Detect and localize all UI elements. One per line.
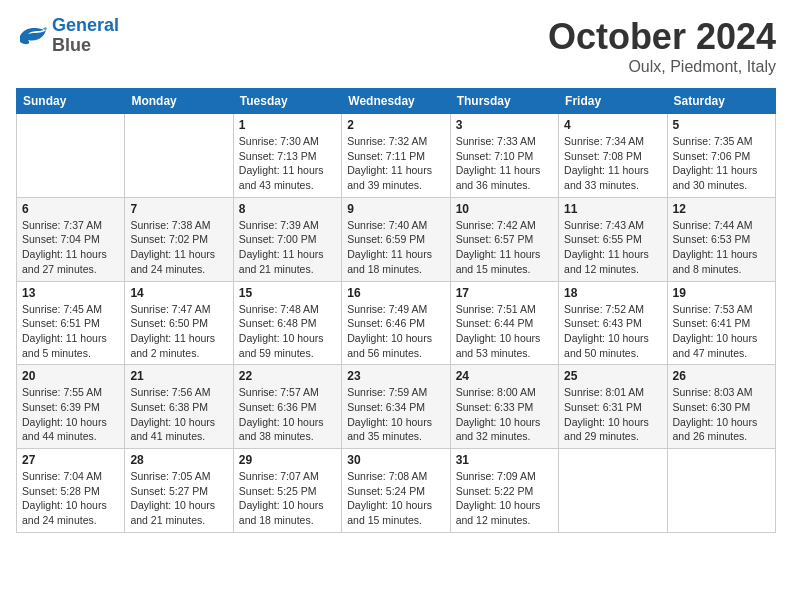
month-title: October 2024 bbox=[548, 16, 776, 58]
weekday-header-wednesday: Wednesday bbox=[342, 89, 450, 114]
day-number: 2 bbox=[347, 118, 444, 132]
day-info: Sunrise: 7:30 AMSunset: 7:13 PMDaylight:… bbox=[239, 134, 336, 193]
day-info: Sunrise: 7:51 AMSunset: 6:44 PMDaylight:… bbox=[456, 302, 553, 361]
calendar-cell: 7Sunrise: 7:38 AMSunset: 7:02 PMDaylight… bbox=[125, 197, 233, 281]
calendar-cell: 4Sunrise: 7:34 AMSunset: 7:08 PMDaylight… bbox=[559, 114, 667, 198]
day-number: 1 bbox=[239, 118, 336, 132]
calendar-table: SundayMondayTuesdayWednesdayThursdayFrid… bbox=[16, 88, 776, 533]
day-info: Sunrise: 7:04 AMSunset: 5:28 PMDaylight:… bbox=[22, 469, 119, 528]
calendar-cell: 16Sunrise: 7:49 AMSunset: 6:46 PMDayligh… bbox=[342, 281, 450, 365]
day-number: 19 bbox=[673, 286, 770, 300]
calendar-week-2: 6Sunrise: 7:37 AMSunset: 7:04 PMDaylight… bbox=[17, 197, 776, 281]
calendar-cell: 27Sunrise: 7:04 AMSunset: 5:28 PMDayligh… bbox=[17, 449, 125, 533]
day-info: Sunrise: 7:55 AMSunset: 6:39 PMDaylight:… bbox=[22, 385, 119, 444]
calendar-cell: 14Sunrise: 7:47 AMSunset: 6:50 PMDayligh… bbox=[125, 281, 233, 365]
day-info: Sunrise: 7:38 AMSunset: 7:02 PMDaylight:… bbox=[130, 218, 227, 277]
calendar-cell bbox=[125, 114, 233, 198]
day-number: 11 bbox=[564, 202, 661, 216]
calendar-cell bbox=[559, 449, 667, 533]
day-number: 29 bbox=[239, 453, 336, 467]
calendar-cell: 5Sunrise: 7:35 AMSunset: 7:06 PMDaylight… bbox=[667, 114, 775, 198]
calendar-cell bbox=[667, 449, 775, 533]
day-number: 3 bbox=[456, 118, 553, 132]
day-info: Sunrise: 7:56 AMSunset: 6:38 PMDaylight:… bbox=[130, 385, 227, 444]
day-number: 22 bbox=[239, 369, 336, 383]
calendar-week-3: 13Sunrise: 7:45 AMSunset: 6:51 PMDayligh… bbox=[17, 281, 776, 365]
calendar-cell: 15Sunrise: 7:48 AMSunset: 6:48 PMDayligh… bbox=[233, 281, 341, 365]
calendar-cell: 13Sunrise: 7:45 AMSunset: 6:51 PMDayligh… bbox=[17, 281, 125, 365]
calendar-cell: 31Sunrise: 7:09 AMSunset: 5:22 PMDayligh… bbox=[450, 449, 558, 533]
day-number: 18 bbox=[564, 286, 661, 300]
day-info: Sunrise: 7:44 AMSunset: 6:53 PMDaylight:… bbox=[673, 218, 770, 277]
location: Oulx, Piedmont, Italy bbox=[548, 58, 776, 76]
day-number: 7 bbox=[130, 202, 227, 216]
calendar-cell: 8Sunrise: 7:39 AMSunset: 7:00 PMDaylight… bbox=[233, 197, 341, 281]
day-number: 15 bbox=[239, 286, 336, 300]
weekday-header-tuesday: Tuesday bbox=[233, 89, 341, 114]
day-number: 13 bbox=[22, 286, 119, 300]
day-number: 25 bbox=[564, 369, 661, 383]
calendar-cell: 10Sunrise: 7:42 AMSunset: 6:57 PMDayligh… bbox=[450, 197, 558, 281]
day-number: 23 bbox=[347, 369, 444, 383]
day-number: 14 bbox=[130, 286, 227, 300]
day-number: 26 bbox=[673, 369, 770, 383]
calendar-cell: 29Sunrise: 7:07 AMSunset: 5:25 PMDayligh… bbox=[233, 449, 341, 533]
weekday-header-saturday: Saturday bbox=[667, 89, 775, 114]
weekday-header-row: SundayMondayTuesdayWednesdayThursdayFrid… bbox=[17, 89, 776, 114]
calendar-cell: 6Sunrise: 7:37 AMSunset: 7:04 PMDaylight… bbox=[17, 197, 125, 281]
calendar-cell bbox=[17, 114, 125, 198]
logo-line2: Blue bbox=[52, 35, 91, 55]
calendar-cell: 30Sunrise: 7:08 AMSunset: 5:24 PMDayligh… bbox=[342, 449, 450, 533]
day-number: 31 bbox=[456, 453, 553, 467]
calendar-week-4: 20Sunrise: 7:55 AMSunset: 6:39 PMDayligh… bbox=[17, 365, 776, 449]
calendar-cell: 9Sunrise: 7:40 AMSunset: 6:59 PMDaylight… bbox=[342, 197, 450, 281]
day-info: Sunrise: 7:49 AMSunset: 6:46 PMDaylight:… bbox=[347, 302, 444, 361]
day-info: Sunrise: 7:05 AMSunset: 5:27 PMDaylight:… bbox=[130, 469, 227, 528]
day-info: Sunrise: 7:34 AMSunset: 7:08 PMDaylight:… bbox=[564, 134, 661, 193]
day-info: Sunrise: 7:52 AMSunset: 6:43 PMDaylight:… bbox=[564, 302, 661, 361]
day-info: Sunrise: 7:53 AMSunset: 6:41 PMDaylight:… bbox=[673, 302, 770, 361]
logo-line1: General bbox=[52, 15, 119, 35]
day-info: Sunrise: 7:47 AMSunset: 6:50 PMDaylight:… bbox=[130, 302, 227, 361]
calendar-week-5: 27Sunrise: 7:04 AMSunset: 5:28 PMDayligh… bbox=[17, 449, 776, 533]
day-info: Sunrise: 8:03 AMSunset: 6:30 PMDaylight:… bbox=[673, 385, 770, 444]
day-number: 28 bbox=[130, 453, 227, 467]
calendar-cell: 11Sunrise: 7:43 AMSunset: 6:55 PMDayligh… bbox=[559, 197, 667, 281]
day-number: 17 bbox=[456, 286, 553, 300]
calendar-cell: 18Sunrise: 7:52 AMSunset: 6:43 PMDayligh… bbox=[559, 281, 667, 365]
calendar-cell: 12Sunrise: 7:44 AMSunset: 6:53 PMDayligh… bbox=[667, 197, 775, 281]
day-number: 5 bbox=[673, 118, 770, 132]
day-number: 16 bbox=[347, 286, 444, 300]
day-info: Sunrise: 7:08 AMSunset: 5:24 PMDaylight:… bbox=[347, 469, 444, 528]
calendar-cell: 1Sunrise: 7:30 AMSunset: 7:13 PMDaylight… bbox=[233, 114, 341, 198]
weekday-header-thursday: Thursday bbox=[450, 89, 558, 114]
day-info: Sunrise: 7:43 AMSunset: 6:55 PMDaylight:… bbox=[564, 218, 661, 277]
day-number: 30 bbox=[347, 453, 444, 467]
calendar-cell: 25Sunrise: 8:01 AMSunset: 6:31 PMDayligh… bbox=[559, 365, 667, 449]
weekday-header-sunday: Sunday bbox=[17, 89, 125, 114]
day-number: 21 bbox=[130, 369, 227, 383]
day-number: 27 bbox=[22, 453, 119, 467]
calendar-cell: 28Sunrise: 7:05 AMSunset: 5:27 PMDayligh… bbox=[125, 449, 233, 533]
day-info: Sunrise: 7:07 AMSunset: 5:25 PMDaylight:… bbox=[239, 469, 336, 528]
day-number: 8 bbox=[239, 202, 336, 216]
day-info: Sunrise: 8:01 AMSunset: 6:31 PMDaylight:… bbox=[564, 385, 661, 444]
day-info: Sunrise: 7:42 AMSunset: 6:57 PMDaylight:… bbox=[456, 218, 553, 277]
calendar-cell: 23Sunrise: 7:59 AMSunset: 6:34 PMDayligh… bbox=[342, 365, 450, 449]
title-area: October 2024 Oulx, Piedmont, Italy bbox=[548, 16, 776, 76]
day-number: 6 bbox=[22, 202, 119, 216]
day-number: 4 bbox=[564, 118, 661, 132]
page-header: General Blue October 2024 Oulx, Piedmont… bbox=[16, 16, 776, 76]
day-number: 12 bbox=[673, 202, 770, 216]
logo-icon bbox=[16, 22, 48, 50]
day-number: 10 bbox=[456, 202, 553, 216]
calendar-cell: 19Sunrise: 7:53 AMSunset: 6:41 PMDayligh… bbox=[667, 281, 775, 365]
day-info: Sunrise: 7:32 AMSunset: 7:11 PMDaylight:… bbox=[347, 134, 444, 193]
day-info: Sunrise: 7:39 AMSunset: 7:00 PMDaylight:… bbox=[239, 218, 336, 277]
day-info: Sunrise: 7:57 AMSunset: 6:36 PMDaylight:… bbox=[239, 385, 336, 444]
day-info: Sunrise: 7:48 AMSunset: 6:48 PMDaylight:… bbox=[239, 302, 336, 361]
weekday-header-monday: Monday bbox=[125, 89, 233, 114]
day-info: Sunrise: 7:40 AMSunset: 6:59 PMDaylight:… bbox=[347, 218, 444, 277]
calendar-week-1: 1Sunrise: 7:30 AMSunset: 7:13 PMDaylight… bbox=[17, 114, 776, 198]
calendar-cell: 24Sunrise: 8:00 AMSunset: 6:33 PMDayligh… bbox=[450, 365, 558, 449]
